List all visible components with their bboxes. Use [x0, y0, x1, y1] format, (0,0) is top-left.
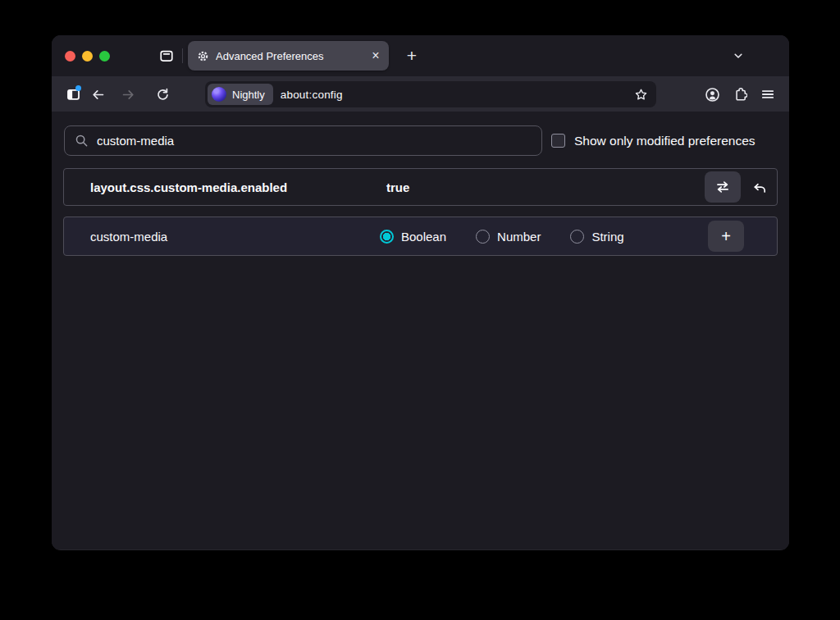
navigation-toolbar: Nightly about:config: [52, 76, 789, 112]
forward-button[interactable]: [115, 81, 141, 107]
new-preference-name: custom-media: [90, 230, 167, 244]
reset-preference-button[interactable]: [746, 174, 773, 201]
radio-boolean[interactable]: [380, 230, 394, 244]
firefox-nightly-logo-icon: [212, 87, 226, 102]
type-option-boolean[interactable]: Boolean: [380, 230, 446, 244]
puzzle-piece-icon: [733, 87, 747, 102]
tab-advanced-preferences[interactable]: Advanced Preferences ×: [188, 41, 389, 71]
type-option-number[interactable]: Number: [476, 230, 541, 244]
notification-dot: [75, 85, 81, 91]
bookmark-star-button[interactable]: [630, 84, 651, 105]
preference-type-options: Boolean Number String: [380, 230, 624, 244]
firefox-view-button[interactable]: [153, 43, 180, 69]
show-only-modified-checkbox[interactable]: [551, 134, 565, 148]
search-icon: [75, 134, 89, 148]
undo-arrow-icon: [752, 180, 767, 195]
add-preference-row: custom-media Boolean Number String +: [63, 217, 778, 256]
reload-icon: [156, 88, 170, 102]
menu-button[interactable]: [755, 81, 781, 107]
tab-close-button[interactable]: ×: [367, 47, 385, 65]
add-preference-button[interactable]: +: [708, 221, 744, 252]
toggle-arrows-icon: [715, 180, 730, 194]
star-icon: [634, 88, 648, 102]
about-config-page: Show only modified preferences layout.cs…: [52, 112, 789, 549]
radio-string[interactable]: [570, 230, 584, 244]
preference-value: true: [386, 180, 409, 194]
identity-chip[interactable]: Nightly: [208, 84, 273, 105]
list-all-tabs-button[interactable]: [725, 43, 751, 69]
traffic-lights: [65, 51, 110, 62]
extensions-button[interactable]: [727, 81, 753, 107]
tab-title: Advanced Preferences: [216, 50, 360, 62]
identity-chip-label: Nightly: [232, 89, 265, 101]
back-button[interactable]: [84, 81, 111, 107]
preference-row: layout.css.custom-media.enabled true: [63, 168, 778, 206]
reload-button[interactable]: [149, 81, 176, 107]
minimize-window-button[interactable]: [82, 51, 93, 62]
tab-bar: Advanced Preferences × +: [52, 35, 789, 76]
chevron-down-icon: [732, 49, 745, 62]
toolbar-right-buttons: [699, 81, 781, 107]
browser-window: Advanced Preferences × +: [52, 35, 789, 550]
preference-search-box[interactable]: [64, 125, 542, 156]
search-input[interactable]: [97, 134, 532, 148]
filter-modified-group: Show only modified preferences: [551, 125, 756, 156]
gear-icon: [197, 50, 209, 62]
forward-arrow-icon: [121, 88, 135, 102]
zoom-window-button[interactable]: [99, 51, 110, 62]
preference-name: layout.css.custom-media.enabled: [90, 180, 386, 194]
account-icon: [705, 87, 720, 103]
account-button[interactable]: [699, 81, 725, 107]
radio-boolean-label: Boolean: [401, 230, 446, 244]
tab-separator: [182, 48, 183, 63]
type-option-string[interactable]: String: [570, 230, 623, 244]
close-window-button[interactable]: [65, 51, 75, 62]
radio-string-label: String: [591, 230, 623, 244]
firefox-view-icon: [159, 48, 174, 63]
toggle-preference-button[interactable]: [705, 171, 741, 203]
url-bar[interactable]: Nightly about:config: [205, 81, 656, 107]
url-text: about:config: [281, 89, 343, 101]
radio-number-label: Number: [497, 230, 541, 244]
back-arrow-icon: [91, 88, 105, 102]
new-tab-button[interactable]: +: [399, 43, 425, 69]
radio-number[interactable]: [476, 230, 490, 244]
show-only-modified-label: Show only modified preferences: [574, 134, 756, 148]
sidebar-button[interactable]: [60, 81, 86, 107]
hamburger-menu-icon: [760, 87, 775, 102]
